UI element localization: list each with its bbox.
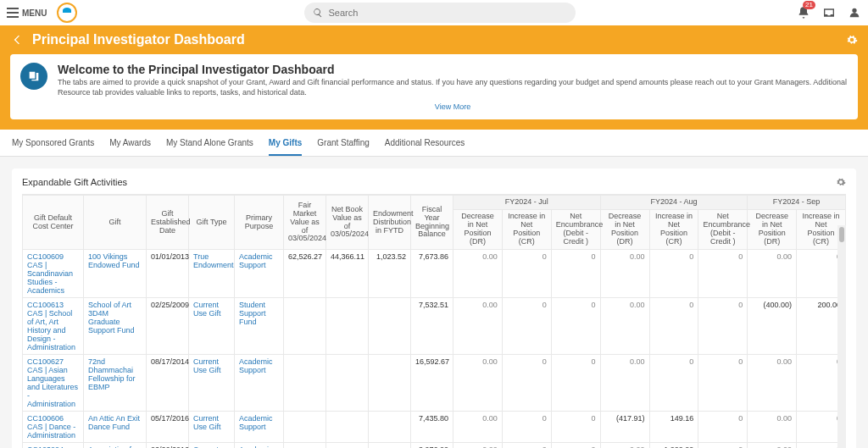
view-more-link[interactable]: View More xyxy=(58,102,848,111)
profile-icon[interactable] xyxy=(848,6,861,19)
cell-aug_enc: 0 xyxy=(698,249,748,297)
cell-jul_enc: 0 xyxy=(551,297,600,354)
cell-jul_enc: 0 xyxy=(551,442,600,448)
col-aug-enc[interactable]: Net Encumbrance (Debit - Credit ) xyxy=(698,210,748,250)
menu-button[interactable]: MENU xyxy=(7,8,47,18)
cell-purpose[interactable]: Academic Support xyxy=(235,354,284,411)
cell-fybb: 8,976.00 xyxy=(411,442,453,448)
cell-est: 05/17/2016 xyxy=(147,411,189,442)
welcome-body: The tabs are aimed to provide a quick sn… xyxy=(58,78,848,97)
col-nbv[interactable]: Net Book Value as of 03/05/2024 xyxy=(326,196,369,249)
cell-aug_dr: (417.91) xyxy=(600,411,649,442)
cell-sep_dr: 0.00 xyxy=(748,354,797,411)
cell-type[interactable]: Current Use Gift xyxy=(189,297,235,354)
cell-cost[interactable]: CC100613 CAS | School of Art, Art Histor… xyxy=(23,297,84,354)
cell-edist: 1,023.52 xyxy=(369,249,411,297)
back-arrow-icon[interactable] xyxy=(10,33,24,47)
cell-gift[interactable]: Association for the Advancement of Balti… xyxy=(84,442,147,448)
tab-additional-resources[interactable]: Additional Resources xyxy=(385,130,465,156)
cell-purpose[interactable]: Academic Support xyxy=(235,411,284,442)
search-box[interactable] xyxy=(304,3,576,23)
col-fmv[interactable]: Fair Market Value as of 03/05/2024 xyxy=(284,196,326,249)
cell-edist xyxy=(369,442,411,448)
cell-jul_cr: 0 xyxy=(502,354,551,411)
page-settings-icon[interactable] xyxy=(846,34,858,46)
cell-purpose[interactable]: Academic Support xyxy=(235,249,284,297)
cell-aug_dr: 0.00 xyxy=(600,354,649,411)
col-fybb[interactable]: Fiscal Year Beginning Balance xyxy=(411,196,453,249)
cell-fybb: 7,532.51 xyxy=(411,297,453,354)
col-gift[interactable]: Gift xyxy=(84,196,147,249)
cell-jul_cr: 0 xyxy=(502,297,551,354)
col-type[interactable]: Gift Type xyxy=(189,196,235,249)
cell-jul_dr: 0.00 xyxy=(453,297,503,354)
cell-jul_cr: 0 xyxy=(502,411,551,442)
cell-type[interactable]: Current Use Gift xyxy=(189,354,235,411)
cell-aug_cr: 0 xyxy=(649,354,698,411)
search-icon xyxy=(313,8,323,18)
cell-edist xyxy=(369,411,411,442)
tab-my-sponsored-grants[interactable]: My Sponsored Grants xyxy=(12,130,94,156)
cell-gift[interactable]: 100 Vikings Endowed Fund xyxy=(84,249,147,297)
workday-logo[interactable] xyxy=(57,3,77,23)
cell-purpose[interactable]: Academic Support xyxy=(235,442,284,448)
col-cost[interactable]: Gift Default Cost Center xyxy=(23,196,84,249)
cell-type[interactable]: True Endowment xyxy=(189,249,235,297)
cell-sep_dr: 0.00 xyxy=(748,249,797,297)
cell-aug_cr: 149.16 xyxy=(649,411,698,442)
cell-nbv: 44,366.11 xyxy=(326,249,369,297)
cell-cost[interactable]: CC103004 Libraries | Distinctive Collect… xyxy=(23,442,84,448)
col-jul-cr[interactable]: Increase in Net Position (CR) xyxy=(502,210,551,250)
hamburger-icon xyxy=(7,8,19,18)
cell-aug_enc: 0 xyxy=(698,354,748,411)
cell-cost[interactable]: CC100606 CAS | Dance - Administration xyxy=(23,411,84,442)
col-jul-enc[interactable]: Net Encumbrance (Debit - Credit ) xyxy=(551,210,600,250)
cell-aug_enc: 0 xyxy=(698,442,748,448)
notifications-icon[interactable]: 21 xyxy=(797,6,810,19)
cell-type[interactable]: Current Use Gift xyxy=(189,411,235,442)
cell-sep_dr: (400.00) xyxy=(748,297,797,354)
cell-aug_cr: 1,000.00 xyxy=(649,442,698,448)
col-aug-cr[interactable]: Increase in Net Position (CR) xyxy=(649,210,698,250)
col-sep-dr[interactable]: Decrease in Net Position (DR) xyxy=(748,210,797,250)
welcome-title: Welcome to the Principal Investigator Da… xyxy=(58,63,848,76)
cell-cost[interactable]: CC100609 CAS | Scandinavian Studies - Ac… xyxy=(23,249,84,297)
col-jul-dr[interactable]: Decrease in Net Position (DR) xyxy=(453,210,503,250)
cell-sep_dr: 0.00 xyxy=(748,411,797,442)
cell-gift[interactable]: 72nd Dhammachai Fellowship for EBMP xyxy=(84,354,147,411)
card-settings-icon[interactable] xyxy=(836,177,846,187)
col-purpose[interactable]: Primary Purpose xyxy=(235,196,284,249)
col-edist[interactable]: Endowment Distribution in FYTD xyxy=(369,196,411,249)
cell-fmv xyxy=(284,442,326,448)
tab-grant-staffing[interactable]: Grant Staffing xyxy=(317,130,370,156)
cell-fmv: 62,526.27 xyxy=(284,249,326,297)
search-input[interactable] xyxy=(328,8,567,18)
cell-edist xyxy=(369,297,411,354)
cell-aug_cr: 0 xyxy=(649,297,698,354)
card-title: Expandable Gift Activities xyxy=(22,177,127,187)
cell-jul_cr: 0 xyxy=(502,249,551,297)
cell-cost[interactable]: CC100627 CAS | Asian Languages and Liter… xyxy=(23,354,84,411)
tab-my-awards[interactable]: My Awards xyxy=(109,130,151,156)
table-row: CC100606 CAS | Dance - AdministrationAn … xyxy=(23,411,846,442)
cell-fmv xyxy=(284,354,326,411)
cell-jul_enc: 0 xyxy=(551,354,600,411)
vertical-scrollbar[interactable] xyxy=(837,225,846,448)
cell-aug_dr: 0.00 xyxy=(600,249,649,297)
cell-type[interactable]: Current Use Gift xyxy=(189,442,235,448)
col-aug-dr[interactable]: Decrease in Net Position (DR) xyxy=(600,210,649,250)
cell-purpose[interactable]: Student Support Fund xyxy=(235,297,284,354)
cell-gift[interactable]: An Attic An Exit Dance Fund xyxy=(84,411,147,442)
menu-label: MENU xyxy=(22,8,47,18)
table-row: CC100613 CAS | School of Art, Art Histor… xyxy=(23,297,846,354)
tab-my-stand-alone-grants[interactable]: My Stand Alone Grants xyxy=(166,130,253,156)
page-title: Principal Investigator Dashboard xyxy=(32,32,245,47)
cell-est: 02/26/2016 xyxy=(147,442,189,448)
cell-sep_dr: 0.00 xyxy=(748,442,797,448)
inbox-icon[interactable] xyxy=(822,6,836,19)
cell-gift[interactable]: School of Art 3D4M Graduate Support Fund xyxy=(84,297,147,354)
col-est-date[interactable]: Gift Established Date xyxy=(147,196,189,249)
cell-nbv xyxy=(326,411,369,442)
table-row: CC103004 Libraries | Distinctive Collect… xyxy=(23,442,846,448)
tab-my-gifts[interactable]: My Gifts xyxy=(269,130,302,156)
